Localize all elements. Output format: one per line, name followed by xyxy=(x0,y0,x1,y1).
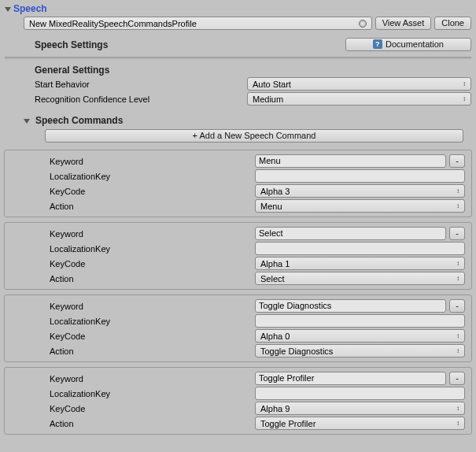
localization-input[interactable] xyxy=(255,314,465,328)
foldout-icon xyxy=(24,119,30,124)
remove-command-button[interactable]: - xyxy=(449,227,465,240)
keycode-label: KeyCode xyxy=(50,187,252,196)
start-behavior-label: Start Behavior xyxy=(35,80,247,89)
add-command-row: + Add a New Speech Command xyxy=(2,127,474,145)
speech-command-group: Keyword Toggle Diagnostics - Localizatio… xyxy=(4,295,472,362)
speech-title: Speech xyxy=(13,3,47,14)
localization-label: LocalizationKey xyxy=(50,317,252,326)
chevron-down-icon: ↕ xyxy=(463,80,466,87)
keyword-row: Keyword Toggle Diagnostics - xyxy=(5,298,471,313)
keyword-label: Keyword xyxy=(50,374,252,383)
localization-input[interactable] xyxy=(255,169,465,183)
keyword-row: Keyword Menu - xyxy=(5,154,471,169)
remove-command-button[interactable]: - xyxy=(449,299,465,313)
keyword-input[interactable]: Select xyxy=(255,227,446,240)
documentation-icon xyxy=(373,39,382,49)
localization-label: LocalizationKey xyxy=(50,244,252,254)
keycode-row: KeyCode Alpha 9 ↕ xyxy=(5,401,471,416)
action-dropdown[interactable]: Toggle Diagnostics ↕ xyxy=(255,344,465,358)
chevron-down-icon: ↕ xyxy=(456,187,459,195)
chevron-down-icon: ↕ xyxy=(456,420,459,427)
recognition-row: Recognition Confidence Level Medium ↕ xyxy=(2,91,474,106)
speech-panel: Speech New MixedRealitySpeechCommandsPro… xyxy=(0,0,476,438)
general-settings-title: General Settings xyxy=(35,65,109,76)
keycode-dropdown[interactable]: Alpha 1 ↕ xyxy=(255,257,465,270)
keycode-row: KeyCode Alpha 0 ↕ xyxy=(5,328,471,343)
keyword-row: Keyword Toggle Profiler - xyxy=(5,371,471,386)
object-picker-icon[interactable] xyxy=(359,20,367,28)
keyword-label: Keyword xyxy=(50,302,252,311)
keycode-label: KeyCode xyxy=(50,259,252,269)
start-behavior-dropdown[interactable]: Auto Start ↕ xyxy=(247,77,471,91)
localization-label: LocalizationKey xyxy=(50,389,252,398)
keycode-dropdown[interactable]: Alpha 0 ↕ xyxy=(255,329,465,343)
remove-command-button[interactable]: - xyxy=(449,154,465,168)
section-title: Speech Settings xyxy=(35,39,108,50)
localization-row: LocalizationKey xyxy=(5,169,471,183)
localization-input[interactable] xyxy=(255,242,465,255)
keyword-row: Keyword Select - xyxy=(5,226,471,241)
localization-row: LocalizationKey xyxy=(5,386,471,401)
speech-commands-title: Speech Commands xyxy=(35,115,123,126)
keycode-row: KeyCode Alpha 3 ↕ xyxy=(5,183,471,198)
profile-name: New MixedRealitySpeechCommandsProfile xyxy=(29,19,197,28)
keyword-input[interactable]: Toggle Profiler xyxy=(255,372,446,385)
speech-command-group: Keyword Toggle Profiler - LocalizationKe… xyxy=(4,367,472,435)
action-row: Action Select ↕ xyxy=(5,271,471,286)
keycode-row: KeyCode Alpha 1 ↕ xyxy=(5,256,471,271)
action-row: Action Menu ↕ xyxy=(5,198,471,213)
foldout-icon xyxy=(5,7,11,12)
recognition-label: Recognition Confidence Level xyxy=(35,94,247,104)
speech-header[interactable]: Speech xyxy=(2,2,474,16)
chevron-down-icon: ↕ xyxy=(456,347,459,354)
keycode-label: KeyCode xyxy=(50,404,252,413)
add-speech-command-button[interactable]: + Add a New Speech Command xyxy=(45,129,463,143)
keyword-label: Keyword xyxy=(50,229,252,239)
chevron-down-icon: ↕ xyxy=(463,95,466,102)
action-row: Action Toggle Diagnostics ↕ xyxy=(5,343,471,358)
localization-row: LocalizationKey xyxy=(5,241,471,256)
action-label: Action xyxy=(50,274,252,283)
action-dropdown[interactable]: Menu ↕ xyxy=(255,199,465,213)
keycode-label: KeyCode xyxy=(50,332,252,341)
action-label: Action xyxy=(50,202,252,211)
localization-input[interactable] xyxy=(255,387,465,400)
remove-command-button[interactable]: - xyxy=(449,372,465,385)
action-row: Action Toggle Profiler ↕ xyxy=(5,416,471,431)
start-behavior-row: Start Behavior Auto Start ↕ xyxy=(2,76,474,91)
action-label: Action xyxy=(50,346,252,356)
section-header-row: Speech Settings Documentation xyxy=(2,37,474,52)
action-dropdown[interactable]: Toggle Profiler ↕ xyxy=(255,417,465,430)
localization-row: LocalizationKey xyxy=(5,313,471,328)
speech-command-group: Keyword Select - LocalizationKey KeyCode… xyxy=(4,222,472,290)
view-asset-button[interactable]: View Asset xyxy=(375,17,432,30)
clone-button[interactable]: Clone xyxy=(434,17,471,30)
speech-command-group: Keyword Menu - LocalizationKey KeyCode A… xyxy=(4,150,472,217)
localization-label: LocalizationKey xyxy=(50,172,252,181)
action-dropdown[interactable]: Select ↕ xyxy=(255,272,465,285)
keycode-dropdown[interactable]: Alpha 3 ↕ xyxy=(255,184,465,198)
speech-commands-header[interactable]: Speech Commands xyxy=(2,114,474,127)
chevron-down-icon: ↕ xyxy=(456,405,459,412)
chevron-down-icon: ↕ xyxy=(456,332,459,339)
chevron-down-icon: ↕ xyxy=(456,275,459,282)
chevron-down-icon: ↕ xyxy=(456,260,459,267)
profile-object-field[interactable]: New MixedRealitySpeechCommandsProfile xyxy=(24,17,372,30)
keycode-dropdown[interactable]: Alpha 9 ↕ xyxy=(255,402,465,415)
chevron-down-icon: ↕ xyxy=(456,202,459,209)
action-label: Action xyxy=(50,419,252,428)
recognition-dropdown[interactable]: Medium ↕ xyxy=(247,92,471,106)
profile-row: New MixedRealitySpeechCommandsProfile Vi… xyxy=(2,16,474,31)
general-settings-header: General Settings xyxy=(2,64,474,76)
divider xyxy=(5,57,471,59)
keyword-input[interactable]: Toggle Diagnostics xyxy=(255,299,446,313)
documentation-button[interactable]: Documentation xyxy=(345,38,471,51)
keyword-label: Keyword xyxy=(50,157,252,166)
keyword-input[interactable]: Menu xyxy=(255,154,446,168)
